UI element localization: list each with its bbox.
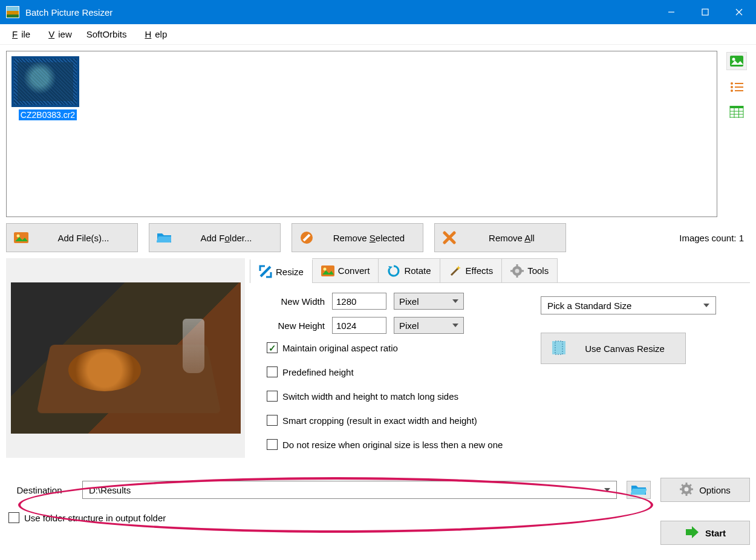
svg-point-28 <box>515 269 520 273</box>
new-height-label: New Height <box>264 321 325 331</box>
folder-icon <box>157 232 171 244</box>
svg-rect-33 <box>552 341 565 354</box>
svg-rect-30 <box>516 275 518 278</box>
smart-cropping-checkbox[interactable] <box>267 415 278 426</box>
menu-view[interactable]: View <box>41 27 76 42</box>
new-height-input[interactable] <box>332 317 386 334</box>
svg-point-36 <box>685 487 689 491</box>
rotate-icon <box>387 264 400 278</box>
menu-softorbits[interactable]: SoftOrbits <box>83 27 131 42</box>
view-list-button[interactable] <box>729 81 744 95</box>
tab-effects[interactable]: Effects <box>440 258 503 282</box>
width-unit-select[interactable]: Pixel <box>394 293 464 310</box>
svg-point-10 <box>731 90 733 92</box>
switch-sides-checkbox[interactable] <box>267 391 278 402</box>
view-grid-button[interactable] <box>729 106 744 120</box>
thumbnail-image <box>11 56 79 107</box>
button-label: Remove Selected <box>322 233 415 243</box>
svg-rect-1 <box>702 9 708 15</box>
canvas-resize-button[interactable]: Use Canvas Resize <box>541 333 686 364</box>
image-gallery[interactable]: CZ2B0383.cr2 <box>6 51 717 217</box>
minimize-button[interactable] <box>654 0 688 24</box>
folder-open-icon <box>631 484 647 496</box>
menubar: File View SoftOrbits Help <box>0 24 756 45</box>
svg-rect-40 <box>691 488 693 490</box>
checkbox-label: Smart cropping (result in exact width an… <box>282 415 477 426</box>
menu-file[interactable]: File <box>5 27 34 42</box>
svg-point-21 <box>17 235 20 238</box>
x-icon <box>442 232 457 244</box>
start-button[interactable]: Start <box>660 521 750 545</box>
app-icon <box>6 6 19 18</box>
thumbnail-item[interactable]: CZ2B0383.cr2 <box>11 56 84 120</box>
tab-rotate[interactable]: Rotate <box>378 258 440 282</box>
predefined-height-checkbox[interactable] <box>267 366 278 377</box>
new-width-input[interactable] <box>332 293 386 310</box>
svg-rect-31 <box>510 270 513 272</box>
no-resize-smaller-checkbox[interactable] <box>267 439 278 450</box>
tab-tools[interactable]: Tools <box>501 258 558 282</box>
checkbox-label: Predefined height <box>282 367 354 377</box>
checkbox-label: Switch width and height to match long si… <box>282 391 458 402</box>
svg-rect-39 <box>680 488 682 490</box>
tab-convert[interactable]: Convert <box>312 258 379 282</box>
button-label: Add File(s)... <box>37 233 130 243</box>
picture-icon <box>321 264 334 278</box>
canvas-icon <box>551 340 567 357</box>
svg-rect-9 <box>735 86 743 88</box>
svg-rect-32 <box>521 270 524 272</box>
tab-bar: Resize Convert Rotate Effects Tools <box>250 258 750 283</box>
destination-label: Destination <box>6 485 73 495</box>
height-unit-select[interactable]: Pixel <box>394 317 464 334</box>
browse-button[interactable] <box>627 481 651 499</box>
svg-point-5 <box>732 58 735 61</box>
svg-rect-20 <box>14 232 28 243</box>
add-files-button[interactable]: Add File(s)... <box>6 223 138 252</box>
checkbox-label: Maintain original aspect ratio <box>282 343 398 353</box>
new-width-label: New Width <box>264 296 325 307</box>
preview-image <box>11 282 241 434</box>
destination-select[interactable]: D:\Results <box>82 481 617 499</box>
use-folder-structure-checkbox[interactable] <box>8 512 19 523</box>
button-label: Use Canvas Resize <box>574 343 676 354</box>
svg-point-6 <box>731 82 733 85</box>
svg-rect-11 <box>735 90 743 91</box>
maximize-button[interactable] <box>688 0 722 24</box>
preview-pane <box>6 258 245 458</box>
maintain-ratio-checkbox[interactable] <box>267 342 278 353</box>
remove-all-button[interactable]: Remove All <box>434 223 566 252</box>
button-label: Options <box>699 485 731 495</box>
thumbnail-filename: CZ2B0383.cr2 <box>19 109 77 120</box>
prohibit-icon <box>299 232 314 244</box>
standard-size-select[interactable]: Pick a Standard Size <box>541 296 716 314</box>
svg-point-25 <box>323 267 326 270</box>
gear-icon <box>510 264 524 278</box>
grid-icon <box>729 106 744 118</box>
menu-help[interactable]: Help <box>137 27 171 42</box>
svg-point-8 <box>731 86 733 88</box>
titlebar: Batch Picture Resizer <box>0 0 756 24</box>
svg-line-26 <box>451 268 458 275</box>
view-thumbnails-button[interactable] <box>726 52 747 70</box>
resize-icon <box>259 265 272 278</box>
checkbox-label: Do not resize when original size is less… <box>282 440 503 450</box>
checkbox-label: Use folder structure in output folder <box>24 513 166 523</box>
svg-rect-7 <box>735 83 743 84</box>
svg-rect-4 <box>730 56 743 67</box>
list-icon <box>729 81 744 93</box>
button-label: Start <box>705 528 726 538</box>
app-title: Batch Picture Resizer <box>25 7 654 18</box>
button-label: Remove All <box>465 233 558 243</box>
svg-rect-29 <box>516 264 518 267</box>
button-label: Add Folder... <box>180 233 273 243</box>
close-button[interactable] <box>722 0 756 24</box>
picture-icon <box>14 232 28 244</box>
images-count: Images count: 1 <box>679 233 750 243</box>
remove-selected-button[interactable]: Remove Selected <box>292 223 423 252</box>
picture-icon <box>729 55 744 67</box>
tab-resize[interactable]: Resize <box>250 259 313 283</box>
add-folder-button[interactable]: Add Folder... <box>149 223 281 252</box>
options-button[interactable]: Options <box>660 478 750 502</box>
svg-rect-38 <box>686 493 688 496</box>
play-icon <box>685 526 699 541</box>
